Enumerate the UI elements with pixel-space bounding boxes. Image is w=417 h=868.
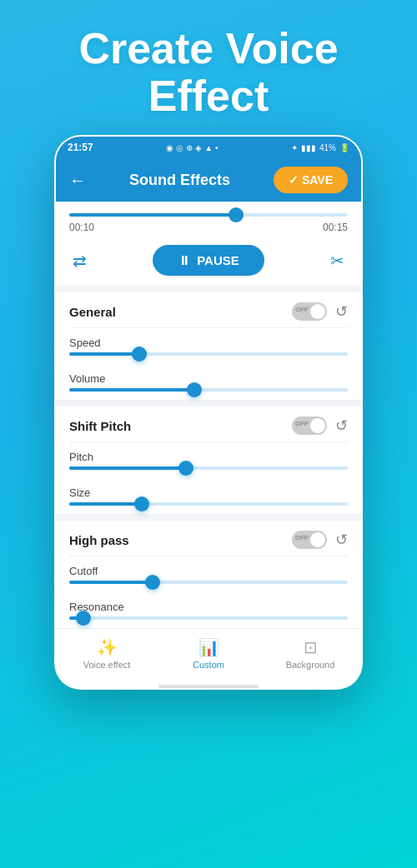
high-pass-toggle-label: OFF [295, 534, 309, 541]
volume-fill [69, 388, 194, 392]
general-reset-icon[interactable]: ↺ [335, 302, 348, 321]
general-section: General OFF ↺ Speed Volume [56, 292, 361, 392]
shift-pitch-controls: OFF ↺ [292, 417, 348, 435]
resonance-thumb[interactable] [76, 611, 91, 626]
hero-title: Create Voice Effect [78, 25, 338, 120]
high-pass-reset-icon[interactable]: ↺ [335, 531, 348, 549]
progress-section: 00:10 00:15 [56, 202, 361, 238]
cutoff-fill [69, 581, 153, 584]
size-fill [69, 502, 142, 506]
cutoff-thumb[interactable] [145, 575, 160, 590]
top-nav: ← Sound Effects ✓ SAVE [56, 158, 361, 202]
main-content: 00:10 00:15 ⇄ ⏸ PAUSE ✂ General OFF [56, 202, 361, 688]
cutoff-label: Cutoff [69, 556, 348, 581]
speed-thumb[interactable] [132, 347, 147, 362]
speed-fill [69, 352, 139, 356]
size-thumb[interactable] [134, 496, 149, 511]
save-button[interactable]: ✓ SAVE [274, 167, 348, 193]
high-pass-title: High pass [69, 533, 129, 547]
nav-background[interactable]: ⊡ Background [281, 637, 339, 670]
size-slider[interactable] [69, 502, 348, 506]
status-bar: 21:57 ◉ ◎ ⊕ ◈ ▲ • ✦ ▮▮▮ 41% 🔋 [56, 137, 361, 158]
resonance-label: Resonance [69, 592, 348, 616]
battery-icon: 🔋 [339, 143, 349, 152]
progress-track[interactable] [69, 213, 348, 217]
general-header: General OFF ↺ [69, 292, 348, 328]
time-row: 00:10 00:15 [69, 222, 348, 233]
shift-pitch-toggle[interactable]: OFF [292, 417, 327, 435]
speed-slider[interactable] [69, 352, 348, 356]
volume-label: Volume [69, 364, 348, 388]
shift-pitch-section: Shift Pitch OFF ↺ Pitch Size [56, 407, 361, 506]
general-toggle[interactable]: OFF [292, 302, 327, 321]
cutoff-slider[interactable] [69, 581, 348, 584]
high-pass-controls: OFF ↺ [292, 531, 348, 549]
high-pass-toggle[interactable]: OFF [292, 531, 327, 549]
time-start: 00:10 [69, 222, 94, 233]
screen-title: Sound Effects [129, 172, 230, 189]
speed-label: Speed [69, 328, 348, 352]
status-time: 21:57 [68, 142, 93, 153]
pitch-thumb[interactable] [178, 461, 193, 476]
status-icons: ◉ ◎ ⊕ ◈ ▲ • [166, 143, 218, 152]
shift-pitch-toggle-label: OFF [295, 420, 309, 427]
scissors-icon[interactable]: ✂ [330, 251, 344, 271]
volume-thumb[interactable] [187, 382, 202, 397]
background-label: Background [286, 660, 335, 670]
shift-pitch-reset-icon[interactable]: ↺ [335, 417, 348, 435]
battery-level: 41% [319, 143, 336, 152]
pause-button[interactable]: ⏸ PAUSE [153, 245, 264, 276]
progress-fill [69, 213, 236, 217]
custom-label: Custom [193, 660, 224, 670]
back-button[interactable]: ← [69, 171, 86, 190]
controls-row: ⇄ ⏸ PAUSE ✂ [56, 238, 361, 286]
nav-custom[interactable]: 📊 Custom [179, 637, 238, 670]
section-divider-2 [56, 400, 361, 407]
high-pass-section: High pass OFF ↺ Cutoff Resonance [56, 521, 361, 620]
voice-effect-label: Voice effect [83, 660, 131, 670]
general-toggle-label: OFF [295, 306, 309, 313]
section-divider-3 [56, 514, 361, 521]
resonance-slider[interactable] [69, 616, 348, 620]
bottom-nav: ✨ Voice effect 📊 Custom ⊡ Background [56, 628, 361, 681]
pause-icon: ⏸ [178, 253, 190, 267]
general-toggle-thumb [310, 304, 325, 319]
progress-thumb[interactable] [229, 207, 244, 222]
home-indicator [158, 685, 259, 688]
high-pass-header: High pass OFF ↺ [69, 521, 348, 556]
shift-pitch-title: Shift Pitch [69, 419, 131, 433]
size-label: Size [69, 478, 348, 502]
repeat-icon[interactable]: ⇄ [73, 251, 87, 271]
pitch-label: Pitch [69, 442, 348, 466]
general-title: General [69, 305, 116, 319]
voice-effect-icon: ✨ [97, 637, 118, 657]
pitch-slider[interactable] [69, 466, 348, 470]
general-controls: OFF ↺ [292, 302, 348, 321]
custom-icon: 📊 [198, 637, 219, 657]
nav-voice-effect[interactable]: ✨ Voice effect [78, 637, 136, 670]
pitch-fill [69, 466, 186, 470]
status-right: ✦ ▮▮▮ 41% 🔋 [291, 143, 349, 152]
phone-mockup: 21:57 ◉ ◎ ⊕ ◈ ▲ • ✦ ▮▮▮ 41% 🔋 ← Sound Ef… [54, 135, 363, 690]
background-icon: ⊡ [304, 637, 318, 657]
section-divider-1 [56, 286, 361, 292]
high-pass-toggle-thumb [310, 532, 325, 547]
volume-slider[interactable] [69, 388, 348, 392]
time-end: 00:15 [323, 222, 348, 233]
shift-pitch-toggle-thumb [310, 418, 325, 433]
bluetooth-icon: ✦ [291, 143, 298, 152]
shift-pitch-header: Shift Pitch OFF ↺ [69, 407, 348, 442]
